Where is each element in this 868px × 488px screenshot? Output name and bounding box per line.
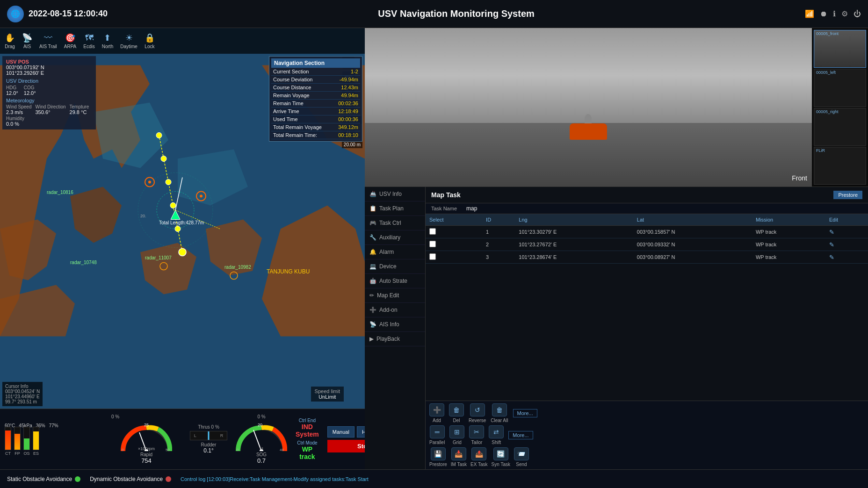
- toolbar-arpa[interactable]: 🎯 ARPA: [64, 33, 77, 49]
- syn-task-btn[interactable]: 🔄 Syn Task: [492, 447, 510, 467]
- rudder-value: 0.1°: [203, 447, 213, 454]
- svg-point-3: [170, 203, 176, 208]
- more2-btn[interactable]: More...: [508, 431, 533, 439]
- menu-map-edit[interactable]: ✏ Map Edit: [365, 288, 425, 303]
- toolbar-ais[interactable]: 📡 AIS: [22, 33, 32, 49]
- row3-edit-btn[interactable]: ✎: [829, 254, 834, 261]
- ex-task-btn[interactable]: 📤 EX Task: [470, 447, 488, 467]
- add-btn[interactable]: ➕ Add: [429, 403, 444, 423]
- gauge4-label: 77%: [49, 423, 58, 428]
- cam-thumb-right[interactable]: 00005_right: [814, 108, 866, 146]
- nav-row-3: Remain Voyage49.94m: [271, 92, 360, 100]
- ctrl-end-value: IND System: [296, 423, 319, 438]
- settings-icon[interactable]: ⚙: [841, 9, 848, 18]
- toolbar-north[interactable]: ⬆ North: [102, 33, 113, 49]
- task-panel: Map Task Prestore Task Name map Select I…: [426, 187, 868, 469]
- cam-thumb-front[interactable]: 00005_front: [814, 30, 866, 68]
- nav-row-0: Current Section1-2: [271, 68, 360, 76]
- task-name-row: Task Name map: [426, 203, 868, 214]
- svg-text:20: 20: [258, 423, 262, 427]
- del-btn[interactable]: 🗑 Del: [449, 403, 464, 423]
- ctrl-end-label: Ctrl End: [296, 418, 319, 423]
- sog-section: 0 % 0 20 40: [236, 414, 287, 464]
- auxiliary-label: Auxiliary: [379, 234, 400, 241]
- svg-text:20.: 20.: [140, 214, 146, 218]
- es-label: ES: [33, 451, 39, 456]
- nav-row-2: Course Distance12.43m: [271, 84, 360, 92]
- svg-text:radar_10816: radar_10816: [47, 190, 73, 195]
- device-label: Device: [379, 263, 397, 270]
- cam-thumb-left[interactable]: 00005_left: [814, 69, 866, 107]
- toolbar-drag[interactable]: ✋ Drag: [5, 33, 15, 49]
- svg-point-13: [148, 181, 151, 184]
- side-menu: 🚢 USV Info 📋 Task Plan 🎮 Task Ctrl 🔧 Aux…: [365, 187, 426, 469]
- shift-btn[interactable]: ⇄ Shift: [489, 425, 504, 445]
- svg-point-1: [179, 249, 186, 256]
- cursor-coord2: 101°23.44960' E: [5, 394, 40, 399]
- toolbar-daytime[interactable]: ☀ Daytime: [120, 33, 137, 49]
- auto-strate-icon: 🤖: [369, 278, 376, 284]
- task-bottom-toolbar: ➕ Add 🗑 Del ↺ Reverse 🗑: [426, 401, 868, 469]
- rudder-section: 0 % 0 25 50: [111, 414, 181, 464]
- record-icon[interactable]: ⏺: [820, 10, 827, 18]
- col-id: ID: [482, 214, 515, 226]
- hold-btn[interactable]: Hold: [357, 426, 365, 438]
- im-task-btn[interactable]: 📥 IM Task: [451, 447, 467, 467]
- usv-pos-panel: USV POS 003°00.07192' N 101°23.29260' E …: [2, 56, 96, 129]
- svg-point-11: [200, 195, 203, 198]
- speed-limit-display: Speed limit UnLimit: [311, 387, 344, 402]
- row2-checkbox[interactable]: [429, 241, 436, 247]
- tailor-btn[interactable]: ✂ Tailor: [469, 425, 484, 445]
- menu-task-ctrl[interactable]: 🎮 Task Ctrl: [365, 216, 425, 230]
- parallel-btn[interactable]: ═ Parallel: [429, 425, 445, 445]
- cog-label: COG: [24, 85, 36, 90]
- control-log-text: [12:00:03]Receive:Task Management-Modify…: [207, 476, 368, 482]
- grid-btn[interactable]: ⊞ Grid: [449, 425, 464, 445]
- stop-btn[interactable]: Stop: [327, 440, 365, 452]
- add-on-label: Add-on: [379, 307, 398, 313]
- toolbar-lock[interactable]: 🔒 Lock: [145, 33, 155, 49]
- toolbar-ecdis[interactable]: 🗺 Ecdis: [83, 33, 94, 49]
- more1-btn[interactable]: More...: [513, 409, 537, 417]
- menu-ais-info[interactable]: 📡 AIS Info: [365, 317, 425, 332]
- menu-playback[interactable]: ▶ PlayBack: [365, 332, 425, 346]
- row1-checkbox[interactable]: [429, 228, 436, 235]
- manual-btn[interactable]: Manual: [327, 426, 354, 438]
- clear-all-btn[interactable]: 🗑 Clear All: [491, 403, 508, 423]
- humidity-value: 0.0 %: [6, 121, 92, 127]
- row3-checkbox[interactable]: [429, 253, 436, 260]
- signal-icon[interactable]: 📶: [805, 9, 814, 18]
- sog-kt-label: kt: [236, 446, 287, 451]
- menu-auto-strate[interactable]: 🤖 Auto Strate: [365, 274, 425, 288]
- topbar-icons: 📶 ⏺ ℹ ⚙ ⏻: [805, 9, 861, 18]
- menu-task-plan[interactable]: 📋 Task Plan: [365, 201, 425, 216]
- row1-mission: WP track: [752, 226, 825, 238]
- toolbar-ais-trail[interactable]: 〰 AIS Trail: [39, 33, 57, 49]
- menu-device[interactable]: 💻 Device: [365, 259, 425, 274]
- col-select: Select: [426, 214, 482, 226]
- row1-edit-btn[interactable]: ✎: [829, 229, 834, 236]
- row2-edit-btn[interactable]: ✎: [829, 241, 834, 248]
- menu-usv-info[interactable]: 🚢 USV Info: [365, 187, 425, 201]
- reverse-btn[interactable]: ↺ Reverse: [469, 403, 486, 423]
- nav-row-5: Arrive Time12:18:49: [271, 108, 360, 115]
- row1-lat: 003°00.15857' N: [633, 226, 752, 238]
- cam-thumb-flir[interactable]: FLiR: [814, 147, 866, 185]
- power-icon[interactable]: ⏻: [854, 10, 861, 18]
- nav-row-7: Total Remain Voyage349.12m: [271, 123, 360, 131]
- auto-strate-label: Auto Strate: [379, 278, 407, 284]
- menu-auxiliary[interactable]: 🔧 Auxiliary: [365, 230, 425, 245]
- nav-section-header: Navigation Section: [271, 58, 360, 68]
- send-btn[interactable]: 📨 Send: [514, 447, 529, 467]
- svg-text:radar_10748: radar_10748: [70, 260, 97, 265]
- prestore-btn[interactable]: 💾 Prestore: [429, 447, 447, 467]
- hdg-value: 12.0°: [6, 90, 18, 96]
- row1-id: 1: [482, 226, 515, 238]
- cursor-coord3: 99.7° 293.51 m: [5, 399, 40, 404]
- menu-add-on[interactable]: ➕ Add-on: [365, 303, 425, 317]
- info-icon[interactable]: ℹ: [833, 9, 836, 18]
- table-row: 3 101°23.28674' E 003°00.08927' N WP tra…: [426, 251, 868, 264]
- menu-alarm[interactable]: 🔔 Alarm: [365, 245, 425, 259]
- prestore-header-btn[interactable]: Prestore: [833, 191, 862, 199]
- map-edit-icon: ✏: [369, 292, 374, 299]
